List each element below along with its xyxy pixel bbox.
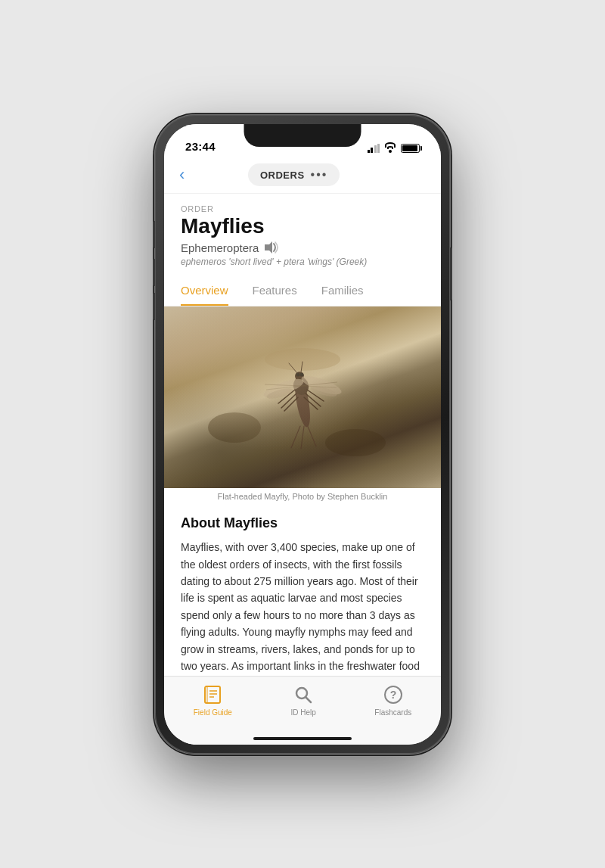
content-area: ORDER Mayflies Ephemeroptera ephemeros '…: [164, 194, 441, 676]
status-icons: [368, 144, 420, 153]
svg-line-20: [307, 390, 324, 401]
content-tabs: Overview Features Families: [164, 276, 441, 306]
about-title: About Mayflies: [181, 515, 424, 531]
order-label: ORDER: [181, 204, 424, 213]
back-button[interactable]: ‹: [179, 166, 185, 183]
tab-bar-field-guide[interactable]: Field Guide: [194, 684, 232, 717]
image-caption: Flat-headed Mayfly, Photo by Stephen Buc…: [164, 488, 441, 505]
svg-point-1: [208, 412, 261, 443]
nav-more-button[interactable]: •••: [311, 168, 328, 182]
nav-title: ORDERS: [260, 170, 305, 181]
svg-line-25: [291, 426, 300, 448]
sound-icon[interactable]: [265, 241, 280, 254]
home-bar: [253, 737, 352, 740]
svg-point-10: [265, 387, 293, 401]
svg-point-3: [265, 348, 340, 371]
flashcard-icon: ?: [383, 684, 404, 705]
scientific-name: Ephemeroptera: [181, 241, 259, 254]
status-time: 23:44: [185, 140, 216, 153]
signal-icon: [368, 144, 380, 153]
svg-line-24: [307, 425, 316, 446]
svg-line-13: [265, 384, 301, 386]
about-section: About Mayflies Mayflies, with over 3,400…: [164, 505, 441, 675]
book-icon: [202, 684, 223, 705]
nav-bar: ‹ ORDERS •••: [164, 157, 441, 194]
tab-families[interactable]: Families: [321, 276, 364, 306]
svg-point-8: [300, 373, 304, 377]
svg-line-26: [289, 363, 297, 373]
svg-line-27: [301, 362, 302, 372]
scientific-row: Ephemeroptera: [181, 241, 424, 254]
id-help-label: ID Help: [290, 708, 315, 717]
phone-device: 23:44 ‹ ORDERS •••: [155, 115, 450, 754]
svg-line-16: [301, 386, 337, 387]
id-help-icon: [293, 684, 314, 705]
species-name: Mayflies: [181, 215, 424, 238]
header-section: ORDER Mayflies Ephemeroptera ephemeros '…: [164, 194, 441, 277]
svg-point-6: [295, 372, 304, 381]
tab-bar-flashcards[interactable]: ? Flashcards: [374, 684, 411, 717]
svg-point-7: [296, 373, 300, 377]
nav-title-pill[interactable]: ORDERS •••: [248, 163, 340, 186]
tab-overview[interactable]: Overview: [181, 276, 228, 306]
battery-icon: [401, 144, 420, 153]
svg-line-22: [304, 397, 318, 409]
svg-line-15: [301, 382, 337, 386]
about-text: Mayflies, with over 3,400 species, make …: [181, 539, 424, 675]
svg-point-12: [309, 384, 337, 399]
svg-line-23: [301, 426, 304, 449]
svg-point-9: [262, 375, 306, 401]
home-indicator: [164, 739, 441, 745]
wifi-icon: [384, 144, 396, 153]
svg-point-11: [299, 372, 343, 398]
tab-features[interactable]: Features: [253, 276, 297, 306]
svg-line-19: [284, 397, 298, 411]
phone-screen: 23:44 ‹ ORDERS •••: [164, 124, 441, 745]
svg-line-18: [281, 394, 296, 408]
species-image: [164, 306, 441, 488]
field-guide-label: Field Guide: [194, 708, 232, 717]
svg-point-5: [292, 376, 310, 397]
svg-line-34: [306, 697, 312, 702]
flashcards-label: Flashcards: [374, 708, 411, 717]
svg-marker-0: [265, 241, 272, 254]
svg-point-4: [292, 374, 313, 428]
etymology-text: ephemeros 'short lived' + ptera 'wings' …: [181, 257, 424, 267]
phone-notch: [244, 124, 361, 147]
svg-point-2: [325, 429, 386, 456]
svg-line-21: [306, 394, 321, 406]
mayfly-illustration: [204, 337, 401, 458]
tab-bar-id-help[interactable]: ID Help: [290, 684, 315, 717]
svg-line-17: [278, 390, 295, 403]
svg-line-14: [266, 386, 301, 390]
svg-rect-29: [206, 686, 208, 703]
svg-text:?: ?: [390, 689, 397, 701]
bottom-tab-bar: Field Guide ID Help ? F: [164, 676, 441, 739]
